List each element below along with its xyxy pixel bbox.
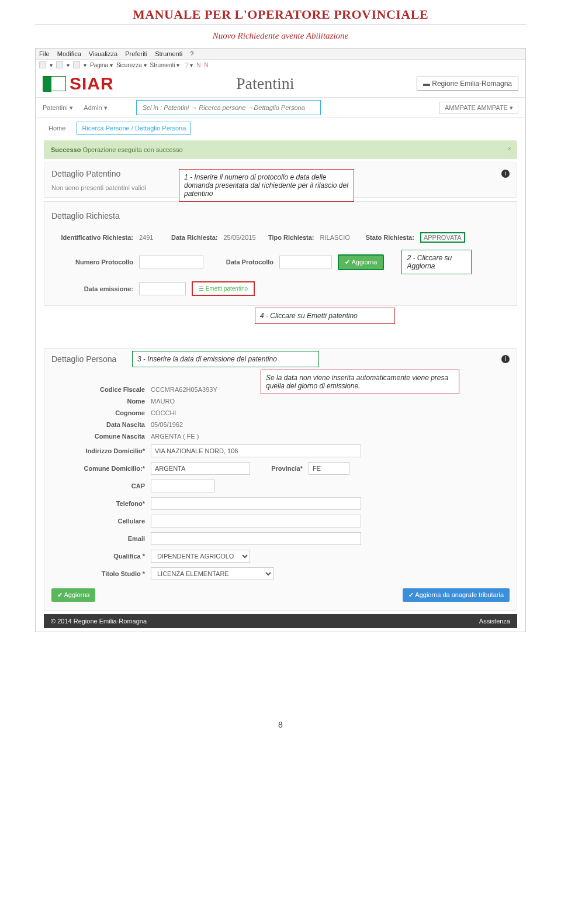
data-richiesta-label: Data Richiesta: xyxy=(159,234,217,241)
toolbar-sicurezza[interactable]: Sicurezza ▾ xyxy=(116,62,147,68)
id-richiesta-label: Identificativo Richiesta: xyxy=(51,234,133,241)
doc-subtitle: Nuovo Richiedente avente Abilitazione xyxy=(35,31,526,41)
toolbar-icon[interactable] xyxy=(56,61,63,68)
footer-copyright: © 2014 Regione Emilia-Romagna xyxy=(51,618,147,625)
provincia-input[interactable] xyxy=(309,462,349,475)
success-alert: Successo Operazione eseguita con success… xyxy=(44,140,517,159)
menu-modifica[interactable]: Modifica xyxy=(57,50,81,57)
id-richiesta-value: 2491 xyxy=(139,234,153,241)
app-header: SIAR Patentini ▬ Regione Emilia-Romagna xyxy=(36,70,525,97)
email-input[interactable] xyxy=(151,532,361,545)
close-icon[interactable]: × xyxy=(508,145,511,152)
region-label: ▬ Regione Emilia-Romagna xyxy=(417,77,518,91)
divider xyxy=(35,25,526,25)
alert-text: Operazione eseguita con successo xyxy=(82,146,182,153)
tipo-richiesta-label: Tipo Richiesta: xyxy=(262,234,314,241)
nav-admin[interactable]: Admin ▾ xyxy=(84,104,107,111)
comune-domicilio-label: Comune Domicilio:* xyxy=(51,465,145,472)
stato-richiesta-label: Stato Richiesta: xyxy=(356,234,414,241)
siar-logo: SIAR xyxy=(43,74,114,94)
logo-flag-icon xyxy=(43,76,66,91)
aggiorna-button[interactable]: ✔ Aggiorna xyxy=(338,254,384,270)
cognome-value: COCCHI xyxy=(151,409,176,416)
toolbar-strumenti[interactable]: Strumenti ▾ xyxy=(150,62,180,68)
data-nascita-label: Data Nascita xyxy=(51,421,145,428)
logo-text: SIAR xyxy=(70,74,114,94)
menu-file[interactable]: File xyxy=(39,50,50,57)
alert-label: Successo xyxy=(51,146,81,153)
data-protocollo-label: Data Protocollo xyxy=(209,258,273,266)
indirizzo-input[interactable] xyxy=(151,444,361,457)
titolo-studio-select[interactable]: LICENZA ELEMENTARE xyxy=(151,567,273,580)
comune-nascita-value: ARGENTA ( FE ) xyxy=(151,433,199,440)
nav-patentini[interactable]: Patentini ▾ xyxy=(43,104,73,111)
toolbar-icon[interactable] xyxy=(73,61,80,68)
section-persona: Dettaglio Persona i 3 - Inserire la data… xyxy=(44,348,517,611)
provincia-label: Provincia* xyxy=(256,465,303,472)
app-window: File Modifica Visualizza Preferiti Strum… xyxy=(35,48,526,632)
browser-menubar: File Modifica Visualizza Preferiti Strum… xyxy=(36,49,525,60)
comune-domicilio-input[interactable] xyxy=(151,462,250,475)
toolbar-n-icon[interactable]: N xyxy=(196,62,200,68)
cellulare-input[interactable] xyxy=(151,515,361,527)
data-richiesta-value: 25/05/2015 xyxy=(223,234,255,241)
annotation-3: 3 - Inserire la data di emissione del pa… xyxy=(132,351,319,367)
emetti-patentino-button[interactable]: ☰ Emetti patentino xyxy=(192,281,255,296)
annotation-2: 2 - Cliccare su Aggiorna xyxy=(401,250,472,274)
email-label: Email xyxy=(51,535,145,542)
menu-help[interactable]: ? xyxy=(190,50,193,57)
data-nascita-value: 05/06/1962 xyxy=(151,421,183,428)
page-number: 8 xyxy=(35,720,526,729)
section-heading: Dettaglio Persona xyxy=(51,354,116,364)
comune-nascita-label: Comune Nascita xyxy=(51,433,145,440)
cf-label: Codice Fiscale xyxy=(51,386,145,393)
cap-input[interactable] xyxy=(151,480,215,492)
numero-protocollo-label: Numero Protocollo xyxy=(51,258,133,266)
section-richiesta: Dettaglio Richiesta 1 - Inserire il nume… xyxy=(44,201,517,306)
nome-value: MAURO xyxy=(151,398,175,405)
menu-strumenti[interactable]: Strumenti xyxy=(155,50,182,57)
cognome-label: Cognome xyxy=(51,409,145,416)
stato-richiesta-value: APPROVATA xyxy=(420,232,465,243)
data-protocollo-input[interactable] xyxy=(279,256,332,268)
aggiorna-anagrafe-button[interactable]: ✔ Aggiorna da anagrafe tributaria xyxy=(403,588,510,602)
annotation-4: 4 - Cliccare su Emetti patentino xyxy=(255,308,395,324)
data-emissione-input[interactable] xyxy=(139,282,186,295)
breadcrumb-home[interactable]: Home xyxy=(49,125,65,132)
aggiorna-persona-button[interactable]: ✔ Aggiorna xyxy=(51,588,95,602)
data-emissione-label: Data emissione: xyxy=(51,285,133,292)
indirizzo-label: Indirizzo Domicilio* xyxy=(51,447,145,454)
app-title: Patentini xyxy=(126,74,405,93)
app-footer: © 2014 Regione Emilia-Romagna Assistenza xyxy=(44,614,517,628)
footer-assistenza[interactable]: Assistenza xyxy=(479,618,510,625)
numero-protocollo-input[interactable] xyxy=(139,256,203,268)
titolo-studio-label: Titolo Studio * xyxy=(51,570,145,577)
info-icon[interactable]: i xyxy=(501,355,510,363)
menu-visualizza[interactable]: Visualizza xyxy=(89,50,117,57)
breadcrumb-annotation: Sei in : Patentini → Ricerca persone →De… xyxy=(136,100,321,115)
browser-toolbar: ▾ ▾ ▾ Pagina ▾ Sicurezza ▾ Strumenti ▾ ❔… xyxy=(36,60,525,70)
toolbar-help-icon[interactable]: ❔▾ xyxy=(183,62,193,68)
tipo-richiesta-value: RILASCIO xyxy=(320,234,350,241)
annotation-note: Se la data non viene inserita automatica… xyxy=(261,370,459,394)
telefono-label: Telefono* xyxy=(51,500,145,507)
info-icon[interactable]: i xyxy=(501,170,510,178)
nome-label: Nome xyxy=(51,398,145,405)
user-menu[interactable]: AMMPATE AMMPATE ▾ xyxy=(439,102,518,114)
toolbar-pagina[interactable]: Pagina ▾ xyxy=(90,62,113,68)
toolbar-n-icon[interactable]: N xyxy=(204,62,208,68)
doc-title: MANUALE PER L'OPERATORE PROVINCIALE xyxy=(35,0,526,25)
qualifica-label: Qualifica * xyxy=(51,553,145,560)
cellulare-label: Cellulare xyxy=(51,518,145,525)
telefono-input[interactable] xyxy=(151,497,361,510)
section-heading: Dettaglio Patentino xyxy=(51,169,120,178)
toolbar-icon[interactable] xyxy=(39,61,46,68)
breadcrumb-path: Ricerca Persone / Dettaglio Persona xyxy=(77,122,191,135)
menu-preferiti[interactable]: Preferiti xyxy=(125,50,147,57)
section-heading: Dettaglio Richiesta xyxy=(51,211,120,220)
qualifica-select[interactable]: DIPENDENTE AGRICOLO xyxy=(151,550,250,563)
cf-value: CCCMRA62H05A393Y xyxy=(151,386,217,393)
annotation-1: 1 - Inserire il numero di protocollo e d… xyxy=(179,169,354,202)
nav-row: Patentini ▾ Admin ▾ Sei in : Patentini →… xyxy=(36,97,525,118)
cap-label: CAP xyxy=(51,482,145,489)
